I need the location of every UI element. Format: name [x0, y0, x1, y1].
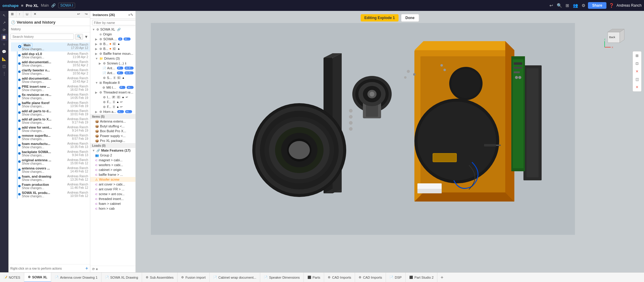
version-item[interactable]: foam manufactu... Show changes... Andrea… — [11, 141, 90, 149]
help-icon[interactable]: ❓ — [609, 3, 614, 8]
tree-item-f2[interactable]: ⚙ F... I ▲ ↩ — [90, 104, 135, 109]
version-changes[interactable]: Show changes... — [22, 80, 67, 84]
tab-sowa-xl[interactable]: ⚙ SOWA XL — [24, 273, 51, 282]
version-changes[interactable]: Show changes... — [22, 195, 67, 198]
undo-icon[interactable]: ↩ — [549, 3, 553, 8]
tab-speaker-dim[interactable]: 📄 Speaker Dimensions — [260, 273, 304, 282]
tool-3d[interactable]: ⟳ — [1, 27, 8, 33]
tree-item-screw-ant[interactable]: ⊂ screw > ant cov... — [90, 192, 135, 196]
tree-item-antenna-ext[interactable]: 📦 Antenna extens... — [90, 119, 135, 124]
version-changes[interactable]: Show changes... — [22, 97, 67, 100]
tab-redo[interactable]: ↪ — [82, 11, 90, 17]
tree-item-butyl[interactable]: 📦 Butyl stuffing <... — [90, 124, 135, 129]
done-button[interactable]: Done — [401, 14, 419, 22]
settings-icon[interactable]: ⚙ — [582, 3, 586, 8]
version-changes[interactable]: Show changes... — [22, 129, 67, 133]
tree-item-ant-cover-fr[interactable]: ⊂ ant cover FR > ... — [90, 187, 135, 192]
tree-item-f1[interactable]: ⚙ F... I ▲ ↩ — [90, 100, 135, 104]
grid-icon[interactable]: ⊞ — [566, 3, 569, 8]
tab-versions[interactable]: ⊞ — [8, 11, 16, 17]
tool-history[interactable]: 📋 — [1, 34, 8, 41]
version-changes[interactable]: Show changes... — [22, 48, 67, 51]
search-button[interactable]: 🔍 — [75, 34, 83, 40]
tree-item-box-build[interactable]: 📦 Box Build Pro X... — [90, 129, 135, 133]
tree-item-magnet[interactable]: ⊂ magnet > cabi... — [90, 158, 135, 162]
tree-item-sowa-sub[interactable]: ▶ ⚙ SOWA ... A In... — [90, 37, 135, 41]
version-item-main[interactable]: Main Show changes... Andreas Ranch 17:20… — [11, 42, 90, 51]
tool-icon-4[interactable]: ◫ — [633, 76, 641, 83]
version-changes[interactable]: Show changes... — [22, 64, 67, 67]
version-changes[interactable]: Show changes... — [22, 105, 67, 108]
version-changes[interactable]: Show changes... — [22, 162, 67, 165]
version-changes[interactable]: Show changes... — [22, 154, 67, 157]
tree-item-threaded-ins[interactable]: ⊂ threaded insert... — [90, 196, 135, 201]
version-changes[interactable]: Show changes... — [22, 88, 67, 92]
version-item[interactable]: Foam production Show changes... Andreas … — [11, 182, 90, 190]
version-item[interactable]: add all parts to X... Show changes... An… — [11, 117, 90, 125]
people-icon[interactable]: 👥 — [573, 3, 578, 8]
version-item[interactable]: add documentati... Show changes... Andre… — [11, 76, 90, 84]
tab-cabinet-wrap[interactable]: 📄 Cabinet wrap document... — [210, 273, 260, 282]
tree-item-cabinet-origin[interactable]: ⊂ cabinet > origin — [90, 167, 135, 172]
tool-more[interactable]: ⋮ — [1, 70, 8, 77]
tree-item-group2[interactable]: 👥 Group 2 — [90, 153, 135, 158]
tool-icon-2[interactable]: ⊡ — [633, 60, 641, 67]
add-tab-button[interactable]: + — [437, 275, 446, 280]
tree-item-b1[interactable]: ▶ ⚙ B... ■ C ▲ — [90, 41, 135, 46]
tree-item-ant-cover[interactable]: ⊂ ant cover > cabi... — [90, 182, 135, 187]
version-item[interactable]: PRE insert new ... Show changes... Andre… — [11, 84, 90, 92]
tab-sub-assemblies[interactable]: ⚙ Sub Assemblies — [142, 273, 178, 282]
tab-antenna-cover[interactable]: 📄 Antenna cover Drawing 1 — [51, 273, 101, 282]
tree-item-baffle[interactable]: ▶ ⚙ Baffle frame moun... — [90, 51, 135, 56]
tab-fusion[interactable]: ⚙ Fusion import — [178, 273, 210, 282]
tab-cad-imports-1[interactable]: ⚙ CAD Imports — [324, 273, 355, 282]
viewport[interactable]: Editing Explode 1 Done — [136, 11, 644, 272]
tree-item-horn-cab[interactable]: ⊂ horn > cab — [90, 206, 135, 211]
menu-icon[interactable]: ≡ — [21, 3, 23, 8]
section-mates-header[interactable]: ▼ 🔗 Mate Features (17) — [90, 148, 135, 153]
tree-item-power-supply[interactable]: 📦 Power supply <... — [90, 133, 135, 138]
version-changes[interactable]: Show changes... — [22, 113, 67, 116]
tab-notes[interactable]: 📝 NOTES — [0, 273, 24, 282]
tab-part-studio[interactable]: ⬛ Part Studio 2 — [406, 273, 438, 282]
version-changes[interactable]: Show changes... — [22, 178, 67, 182]
tree-item-woofer[interactable]: ⊂ woofers > cabi... — [90, 162, 135, 167]
tool-branch[interactable]: ⑂ — [1, 41, 8, 48]
tab-close[interactable]: ✕ — [31, 11, 39, 17]
version-item[interactable]: add dsp x1.0 Show changes... Andreas Ran… — [11, 51, 90, 60]
tree-item-woofer-screw[interactable]: ⚠ Woofer screw — [90, 177, 135, 182]
filter-button[interactable]: ▼ — [84, 34, 88, 39]
tool-plane[interactable]: ◫ — [1, 63, 8, 70]
version-changes[interactable]: Show changes... — [22, 146, 67, 149]
share-button[interactable]: Share — [588, 2, 606, 9]
version-changes[interactable]: Show changes... — [22, 121, 67, 124]
tree-item-antenna1[interactable]: 📄 Anten... P... In P... — [90, 66, 135, 70]
version-item[interactable]: add view for vent... Show changes... And… — [11, 125, 90, 133]
tree-item-sowa-xl[interactable]: ▼ ⚙ SOWA XL 🔗 — [90, 27, 135, 32]
version-item[interactable]: foam, and drawing Show changes... Andrea… — [11, 174, 90, 182]
version-item[interactable]: add all parts to d... Show changes... An… — [11, 109, 90, 117]
version-item[interactable]: fix revision on re... Show changes... An… — [11, 92, 90, 100]
tool-icon-5[interactable]: ✕ — [633, 84, 641, 91]
tree-filter-input[interactable] — [92, 20, 136, 25]
tree-item-baffle-frame[interactable]: ⊂ baffle frame > ... — [90, 172, 135, 177]
version-item[interactable]: baffle plane fixref Show changes... Andr… — [11, 100, 90, 109]
search-input[interactable] — [10, 34, 74, 40]
tree-expand-icon[interactable]: ⤡ — [130, 13, 133, 17]
tool-icon-1[interactable]: ⊞ — [633, 52, 641, 59]
version-changes[interactable]: Show changes... — [22, 170, 67, 173]
tool-comment[interactable]: 💬 — [1, 48, 8, 55]
tab-cad-imports-2[interactable]: ⚙ CAD Imports — [355, 273, 386, 282]
tool-select[interactable]: ↖ — [1, 12, 8, 19]
tree-item-i[interactable]: ⚙ I... P C ▲ ↩ — [90, 95, 135, 100]
tab-dsp[interactable]: 📄 DSP — [386, 273, 406, 282]
tree-item-s[interactable]: ⚙ S... I C ▲ — [90, 75, 135, 80]
tool-icon-3[interactable]: ✕ — [633, 68, 641, 75]
tool-measure[interactable]: 📐 — [1, 56, 8, 62]
version-item[interactable]: add documentati... Show changes... Andre… — [11, 60, 90, 68]
version-item[interactable]: original antenna ... Show changes... And… — [11, 158, 90, 166]
tree-item-replicate[interactable]: ▼ ⊞ Replicate 8 — [90, 80, 135, 85]
tab-undo[interactable]: ↩ — [75, 11, 82, 17]
version-item[interactable]: backplate SOWA... Show changes... Andrea… — [11, 149, 90, 158]
version-changes[interactable]: Show changes... — [22, 56, 67, 59]
